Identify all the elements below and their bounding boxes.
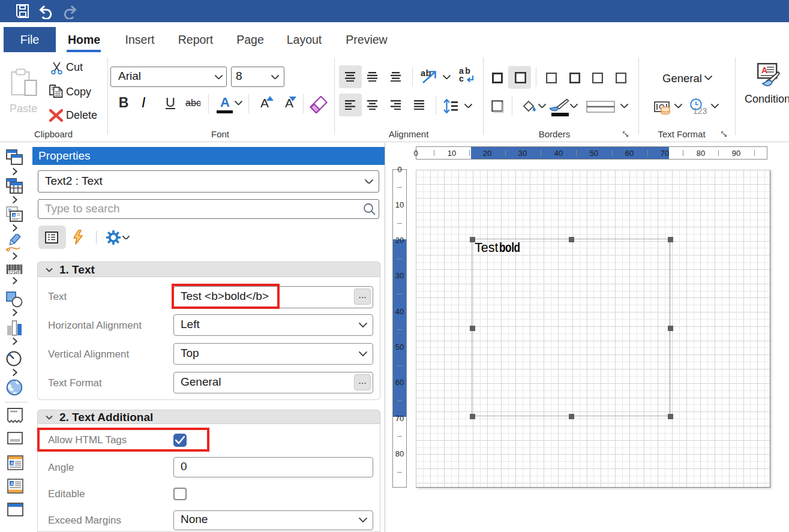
svg-text:12345: 12345	[9, 270, 20, 275]
svg-text:A: A	[10, 481, 14, 486]
svg-text:A: A	[10, 461, 14, 466]
svg-text:A: A	[13, 214, 16, 218]
